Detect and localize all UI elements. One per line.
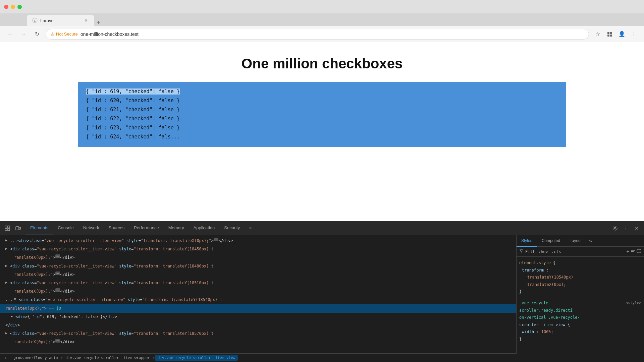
forward-button[interactable]: → [19,29,28,39]
collapse-arrow[interactable]: ▼ [14,297,19,302]
element-node[interactable]: ▶ ... <div> class="vue-recycle-scroller_… [0,237,516,245]
new-tab-button[interactable]: + [94,19,103,26]
breadcrumb-prev[interactable]: ‹ [3,355,9,361]
element-node-selected[interactable]: ranslateX(0px);" > == $0 [0,304,516,313]
checkbox-list: { "id": 619, "checked": false } { "id": … [78,82,566,147]
style-brace: } [519,337,522,342]
element-node[interactable]: ▶ <div class="vue-recycle-scroller__item… [0,279,516,287]
element-content: class="vue-recycle-scroller__item-view" … [30,238,214,244]
element-node-continued: ranslateX(0px);"> ··· </div> [0,270,516,279]
new-property-icon[interactable] [631,249,635,254]
breadcrumb-item-active[interactable]: div.vue-recycle-scroller__item-view [155,355,238,361]
not-secure-label: Not Secure [56,32,78,37]
expand-button[interactable]: ··· [55,339,60,343]
element-dots: ... [10,238,17,244]
address-field[interactable]: ⚠ Not Secure one-million-checkboxes.test [46,29,589,40]
svg-rect-8 [5,229,7,231]
expand-button[interactable]: ··· [55,254,60,258]
expand-button[interactable]: ··· [55,288,60,292]
collapse-arrow[interactable]: ▶ [5,280,10,285]
style-value-line2: translateX(0px); [522,281,641,289]
tab-security[interactable]: Security [219,221,245,235]
collapse-arrow[interactable]: ▶ [5,246,10,251]
not-secure-indicator: ⚠ Not Secure [51,32,78,37]
style-selector-line3: scroller.ready.directi [519,307,641,314]
browser-chrome: L Laravel ✕ + ← → ↻ ⚠ Not Secure one-mil… [0,0,644,42]
extensions-icon[interactable] [605,29,614,39]
tab-sources[interactable]: Sources [104,221,129,235]
inspect-element-icon[interactable] [3,224,12,233]
element-node[interactable]: ▶ <div class="vue-recycle-scroller__item… [0,329,516,338]
bookmark-icon[interactable]: ☆ [593,29,602,39]
element-node-continued: ranslateX(0px);"> ··· </div> [0,287,516,296]
tab-title: Laravel [40,18,55,23]
cls-button[interactable]: .cls [551,249,561,254]
tab-memory[interactable]: Memory [164,221,189,235]
breadcrumb-item[interactable]: -grow.overflow-y-auto [9,355,61,361]
device-toolbar-icon[interactable] [13,224,23,233]
tab-console[interactable]: Console [53,221,78,235]
svg-rect-15 [637,249,641,253]
close-button[interactable] [4,5,8,9]
address-actions: ☆ 👤 ⋮ [593,29,639,39]
element-close-tag[interactable]: </div> [0,321,516,329]
style-selector-line5: scroller__item-view { [519,321,641,329]
collapse-arrow[interactable]: ▶ [5,330,10,336]
style-value: translateY(18540px) [527,275,573,280]
expand-button[interactable]: ··· [214,238,218,241]
style-class-selector3: on-vertical .vue-recycle- [519,315,580,320]
style-colon: : [536,329,541,334]
element-node[interactable]: ▶ <div class="vue-recycle-scroller__item… [0,245,516,253]
maximize-button[interactable] [17,5,22,9]
breadcrumb-item[interactable]: div.vue-recycle-scroller__item-wrapper [63,355,153,361]
tab-computed[interactable]: Computed [537,235,565,247]
toggle-classes-icon[interactable] [637,249,641,254]
tab-network[interactable]: Network [78,221,104,235]
collapse-arrow[interactable]: ▶ [5,238,10,243]
tab-elements[interactable]: Elements [25,221,53,235]
collapse-arrow[interactable]: ▶ [11,314,15,319]
profile-icon[interactable]: 👤 [617,29,627,39]
collapse-arrow[interactable]: ▶ [5,263,10,268]
devtools-settings-icon[interactable] [610,224,620,233]
element-node[interactable]: ▶ <div class="vue-recycle-scroller__item… [0,262,516,270]
breadcrumb-separator: > [153,356,155,360]
tab-application[interactable]: Application [189,221,220,235]
add-style-rule-icon[interactable]: + [627,249,629,254]
devtools-close-icon[interactable]: ✕ [632,224,641,233]
filter-label: Filt [525,249,535,254]
svg-rect-7 [8,226,10,228]
style-colon: : [546,268,548,273]
style-property-line: transform : [522,267,641,274]
back-button[interactable]: ← [5,29,15,39]
tab-bar: L Laravel ✕ + [0,13,644,26]
reload-button[interactable]: ↻ [32,29,42,39]
menu-icon[interactable]: ⋮ [629,29,639,39]
svg-rect-14 [631,251,634,252]
style-selector-line4: on-vertical .vue-recycle- [519,314,641,321]
tab-more[interactable]: » [245,221,256,235]
devtools-more-icon[interactable]: ⋮ [621,224,631,233]
list-item: { "id": 621, "checked": false } [86,105,558,114]
styles-tab-more[interactable]: » [586,238,595,244]
style-selector: element.style [519,260,551,265]
style-class-selector4: scroller__item-view [519,322,565,327]
list-item: { "id": 622, "checked": false } [86,114,558,123]
minimize-button[interactable] [11,5,15,9]
style-brace: { [568,322,570,327]
expand-button[interactable]: ··· [55,272,60,275]
element-child[interactable]: ▶ <div> { "id": 619, "checked": false } … [0,313,516,321]
browser-tab[interactable]: L Laravel ✕ [27,15,94,26]
tab-layout[interactable]: Layout [565,235,586,247]
tab-performance[interactable]: Performance [129,221,163,235]
style-source: <style> [626,300,641,306]
tab-close-button[interactable]: ✕ [83,18,89,23]
styles-content: element.style { transform : translateY(1… [517,257,644,362]
style-class-selector2: scroller.ready.directi [519,308,573,313]
traffic-lights [4,5,22,9]
tab-styles[interactable]: Styles [517,235,537,247]
element-content: <div class="vue-recycle-scroller__item-v… [10,280,214,286]
style-brace: { [553,260,555,265]
svg-text:L: L [34,19,36,22]
element-node[interactable]: ... ▼ <div class="vue-recycle-scroller__… [0,296,516,304]
